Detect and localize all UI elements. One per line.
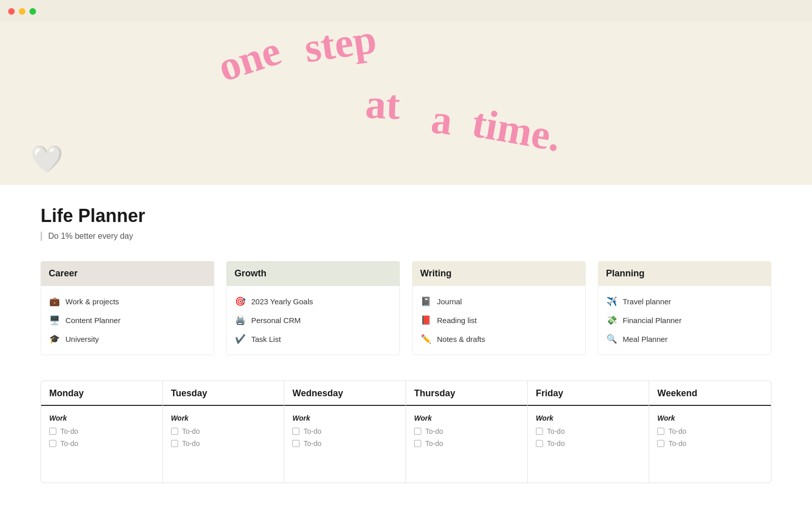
category-item[interactable]: ✔️Task List: [227, 330, 399, 348]
category-header-planning: Planning: [598, 261, 771, 286]
todo-checkbox[interactable]: [536, 428, 543, 435]
todo-item[interactable]: To-do: [171, 439, 276, 448]
item-label: University: [65, 335, 99, 343]
todo-label: To-do: [60, 427, 78, 435]
item-label: Financial Planner: [623, 316, 682, 325]
todo-item[interactable]: To-do: [657, 427, 763, 435]
todo-checkbox[interactable]: [49, 428, 56, 435]
day-content: WorkTo-doTo-do: [41, 406, 162, 458]
todo-checkbox[interactable]: [536, 440, 543, 447]
category-item[interactable]: 🖨️Personal CRM: [227, 311, 399, 330]
day-header: Friday: [528, 381, 649, 406]
maximize-button[interactable]: [29, 8, 36, 15]
item-label: Notes & drafts: [437, 335, 485, 343]
todo-item[interactable]: To-do: [49, 427, 154, 435]
item-emoji: 🎓: [49, 334, 60, 344]
close-button[interactable]: [8, 8, 15, 15]
category-item[interactable]: ✈️Travel planner: [598, 292, 771, 311]
category-grid: Career💼Work & projects🖥️Content Planner🎓…: [41, 261, 771, 355]
item-emoji: ✏️: [421, 334, 432, 344]
day-section-label: Work: [657, 414, 763, 422]
day-section-label: Work: [292, 414, 397, 422]
hero-word-a: a: [429, 95, 455, 145]
category-header-career: Career: [41, 261, 214, 286]
day-header: Wednesday: [284, 381, 405, 406]
minimize-button[interactable]: [19, 8, 25, 15]
day-content: WorkTo-doTo-do: [406, 406, 527, 458]
todo-label: To-do: [668, 427, 686, 435]
category-items-career: 💼Work & projects🖥️Content Planner🎓Univer…: [41, 286, 214, 355]
category-item[interactable]: 📓Journal: [413, 292, 585, 311]
day-section-label: Work: [49, 414, 154, 422]
todo-label: To-do: [182, 427, 200, 435]
todo-label: To-do: [425, 427, 443, 435]
todo-label: To-do: [303, 427, 321, 435]
category-item[interactable]: 🎯2023 Yearly Goals: [227, 292, 399, 311]
todo-checkbox[interactable]: [171, 440, 178, 447]
category-item[interactable]: 💸Financial Planner: [598, 311, 771, 330]
todo-item[interactable]: To-do: [49, 439, 154, 448]
todo-label: To-do: [303, 439, 321, 448]
day-content: WorkTo-doTo-do: [528, 406, 649, 458]
category-item[interactable]: 🔍Meal Planner: [598, 330, 771, 348]
todo-item[interactable]: To-do: [414, 427, 519, 435]
day-section-label: Work: [171, 414, 276, 422]
todo-item[interactable]: To-do: [414, 439, 519, 448]
todo-item[interactable]: To-do: [292, 439, 397, 448]
item-emoji: 🖨️: [235, 315, 246, 326]
todo-item[interactable]: To-do: [657, 439, 763, 448]
category-item[interactable]: 🎓University: [41, 330, 214, 348]
category-header-growth: Growth: [226, 261, 400, 286]
hero-word-at: at: [364, 80, 401, 129]
day-header: Thursday: [406, 381, 527, 406]
todo-checkbox[interactable]: [657, 428, 664, 435]
hero-word-one: one: [212, 26, 286, 91]
category-item[interactable]: 📕Reading list: [413, 311, 585, 330]
day-section-label: Work: [536, 414, 641, 422]
item-emoji: 🔍: [606, 334, 618, 344]
item-label: Task List: [251, 335, 281, 343]
day-content: WorkTo-doTo-do: [284, 406, 405, 458]
todo-checkbox[interactable]: [292, 440, 299, 447]
todo-item[interactable]: To-do: [171, 427, 276, 435]
page-subtitle: Do 1% better every day: [41, 232, 771, 241]
day-section-label: Work: [414, 414, 519, 422]
item-label: Travel planner: [623, 297, 671, 306]
category-items-writing: 📓Journal📕Reading list✏️Notes & drafts: [412, 286, 586, 355]
day-content: WorkTo-doTo-do: [163, 406, 284, 458]
todo-item[interactable]: To-do: [536, 427, 641, 435]
item-label: Reading list: [437, 316, 477, 325]
category-items-planning: ✈️Travel planner💸Financial Planner🔍Meal …: [598, 286, 771, 355]
item-emoji: 💼: [49, 296, 60, 307]
category-items-growth: 🎯2023 Yearly Goals🖨️Personal CRM✔️Task L…: [226, 286, 400, 355]
day-column-friday: FridayWorkTo-doTo-do: [528, 381, 650, 483]
item-label: Work & projects: [65, 297, 119, 306]
day-column-tuesday: TuesdayWorkTo-doTo-do: [163, 381, 285, 483]
todo-checkbox[interactable]: [414, 440, 421, 447]
item-emoji: ✔️: [235, 334, 246, 344]
item-emoji: 📕: [421, 315, 432, 326]
category-item[interactable]: 💼Work & projects: [41, 292, 214, 311]
todo-checkbox[interactable]: [49, 440, 56, 447]
todo-label: To-do: [60, 439, 78, 448]
category-card-planning: Planning✈️Travel planner💸Financial Plann…: [598, 261, 771, 355]
category-item[interactable]: 🖥️Content Planner: [41, 311, 214, 330]
todo-checkbox[interactable]: [414, 428, 421, 435]
item-emoji: 📓: [421, 296, 432, 307]
item-label: Personal CRM: [251, 316, 301, 325]
item-label: 2023 Yearly Goals: [251, 297, 313, 306]
titlebar: [0, 0, 812, 22]
day-header: Monday: [41, 381, 162, 406]
todo-checkbox[interactable]: [171, 428, 178, 435]
todo-checkbox[interactable]: [292, 428, 299, 435]
todo-item[interactable]: To-do: [292, 427, 397, 435]
day-column-monday: MondayWorkTo-doTo-do: [41, 381, 163, 483]
category-card-career: Career💼Work & projects🖥️Content Planner🎓…: [41, 261, 214, 355]
todo-label: To-do: [668, 439, 686, 448]
hero-banner: one step at a time. 🤍: [0, 22, 812, 185]
todo-checkbox[interactable]: [657, 440, 664, 447]
category-item[interactable]: ✏️Notes & drafts: [413, 330, 585, 348]
todo-item[interactable]: To-do: [536, 439, 641, 448]
day-content: WorkTo-doTo-do: [649, 406, 771, 458]
heart-emoji: 🤍: [30, 144, 63, 175]
